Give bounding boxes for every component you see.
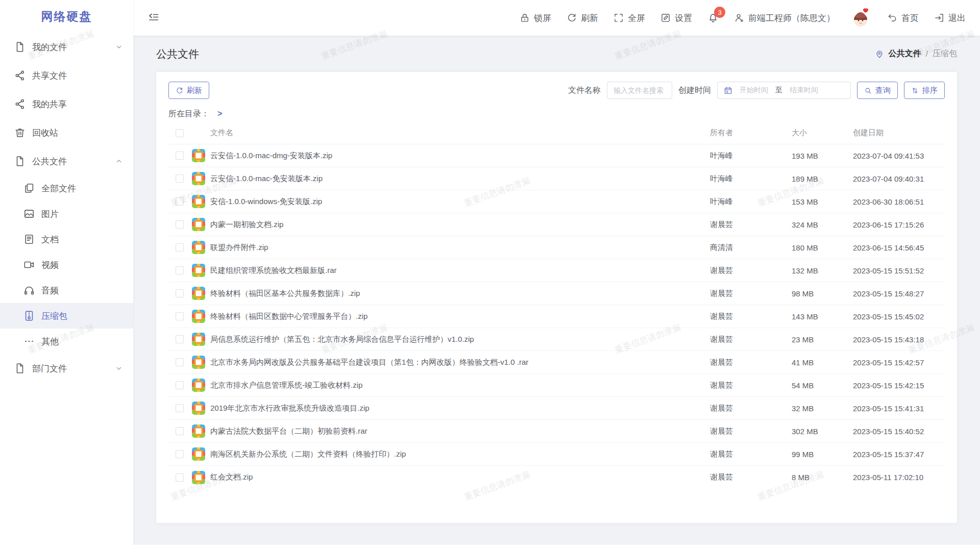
file-owner: 谢晨芸 [710, 381, 792, 390]
table-row[interactable]: 南海区机关新办公系统（二期）文件资料（终验打印）.zip 谢晨芸 99 MB 2… [168, 443, 945, 466]
row-checkbox[interactable] [176, 174, 184, 183]
table-row[interactable]: 民建组织管理系统验收文档最新版.rar 谢晨芸 132 MB 2023-05-1… [168, 259, 945, 282]
sidebar-item-图片[interactable]: 图片 [0, 201, 133, 227]
file-date: 2023-05-15 15:37:47 [853, 450, 945, 459]
sidebar-item-label: 回收站 [32, 127, 58, 139]
file-owner: 谢晨芸 [710, 427, 792, 436]
row-checkbox[interactable] [176, 473, 184, 482]
search-icon [864, 87, 872, 94]
table-row[interactable]: 红会文档.zip 谢晨芸 8 MB 2023-05-11 17:02:10 [168, 466, 945, 489]
lock-icon [520, 13, 530, 23]
file-name[interactable]: 终验材料（福田区基本公共服务数据库）.zip [210, 289, 710, 298]
table-row[interactable]: 终验材料（福田区数据中心管理服务平台）.zip 谢晨芸 143 MB 2023-… [168, 305, 945, 328]
sidebar-item-视频[interactable]: 视频 [0, 252, 133, 278]
table-row[interactable]: 安信-1.0.0-windows-免安装版.zip 叶海峰 153 MB 202… [168, 190, 945, 213]
row-checkbox[interactable] [176, 358, 184, 366]
sidebar-item-文档[interactable]: 文档 [0, 227, 133, 252]
table-row[interactable]: 北京市水务局内网改版及公共服务基础平台建设项目（第1包：内网改版）终验验文档-v… [168, 351, 945, 374]
file-date: 2023-05-15 15:48:27 [853, 289, 945, 298]
query-button[interactable]: 查询 [857, 82, 898, 99]
sort-button[interactable]: 排序 [904, 82, 945, 99]
sidebar-item-我的共享[interactable]: 我的共享 [0, 90, 133, 118]
sidebar-item-压缩包[interactable]: 压缩包 [0, 303, 133, 329]
sidebar-item-全部文件[interactable]: 全部文件 [0, 176, 133, 201]
row-checkbox[interactable] [176, 289, 184, 297]
row-checkbox[interactable] [176, 335, 184, 343]
row-checkbox[interactable] [176, 427, 184, 435]
sidebar-item-公共文件[interactable]: 公共文件 [0, 147, 133, 176]
file-owner: 叶海峰 [710, 197, 792, 207]
file-name[interactable]: 安信-1.0.0-windows-免安装版.zip [210, 197, 710, 207]
sidebar-item-我的文件[interactable]: 我的文件 [0, 33, 133, 61]
sidebar-item-label: 文档 [41, 234, 59, 245]
row-checkbox[interactable] [176, 197, 184, 206]
table-row[interactable]: 云安信-1.0.0-mac-免安装版本.zip 叶海峰 189 MB 2023-… [168, 167, 945, 190]
table-row[interactable]: 2019年北京市水行政审批系统升级改造项目.zip 谢晨芸 32 MB 2023… [168, 397, 945, 420]
file-name[interactable]: 2019年北京市水行政审批系统升级改造项目.zip [210, 404, 710, 413]
date-range-picker[interactable]: 开始时间 至 结束时间 [717, 82, 851, 99]
row-checkbox[interactable] [176, 450, 184, 458]
user-name: 前端工程师（陈思文） [748, 12, 835, 24]
avatar[interactable] [850, 7, 872, 29]
row-checkbox[interactable] [176, 243, 184, 252]
logout-button[interactable]: 退出 [934, 12, 966, 24]
file-owner: 叶海峰 [710, 151, 792, 161]
sidebar-item-label: 部门文件 [32, 363, 67, 374]
table-row[interactable]: 内蒙一期初验文档.zip 谢晨芸 324 MB 2023-06-15 17:15… [168, 213, 945, 236]
file-name[interactable]: 红会文档.zip [210, 472, 710, 482]
sidebar-item-共享文件[interactable]: 共享文件 [0, 61, 133, 90]
refresh-button[interactable]: 刷新 [567, 12, 598, 24]
row-checkbox[interactable] [176, 312, 184, 320]
file-name[interactable]: 内蒙一期初验文档.zip [210, 220, 710, 230]
filename-search-input[interactable] [607, 82, 672, 99]
table-row[interactable]: 终验材料（福田区基本公共服务数据库）.zip 谢晨芸 98 MB 2023-05… [168, 282, 945, 305]
file-name[interactable]: 内蒙古法院大数据平台（二期）初验前资料.rar [210, 427, 710, 436]
sidebar-item-部门文件[interactable]: 部门文件 [0, 354, 133, 383]
file-name[interactable]: 终验材料（福田区数据中心管理服务平台）.zip [210, 312, 710, 321]
sidebar-item-音频[interactable]: 音频 [0, 278, 133, 303]
file-name[interactable]: 局信息系统运行维护（第五包：北京市水务局综合信息平台运行维护）v1.0.zip [210, 335, 710, 344]
file-size: 32 MB [792, 404, 853, 413]
user-menu[interactable]: 前端工程师（陈思文） [734, 12, 835, 24]
file-size: 324 MB [792, 220, 853, 229]
directory-arrow[interactable]: > [217, 109, 222, 118]
table-row[interactable]: 局信息系统运行维护（第五包：北京市水务局综合信息平台运行维护）v1.0.zip … [168, 328, 945, 351]
notification-bell-button[interactable]: 3 [707, 12, 719, 23]
select-all-checkbox[interactable] [176, 129, 184, 137]
file-name[interactable]: 民建组织管理系统验收文档最新版.rar [210, 266, 710, 276]
home-button[interactable]: 首页 [887, 12, 919, 24]
file-date: 2023-07-04 09:40:31 [853, 174, 945, 183]
fullscreen-button[interactable]: 全屏 [614, 12, 645, 24]
table-row[interactable]: 联盟办件附件.zip 商清清 180 MB 2023-06-15 14:56:4… [168, 236, 945, 259]
filters: 文件名称 创建时间 开始时间 至 结束时间 查询 排序 [568, 82, 945, 99]
file-name[interactable]: 联盟办件附件.zip [210, 243, 710, 253]
row-checkbox[interactable] [176, 266, 184, 274]
table-row[interactable]: 内蒙古法院大数据平台（二期）初验前资料.rar 谢晨芸 302 MB 2023-… [168, 420, 945, 443]
sidebar-item-回收站[interactable]: 回收站 [0, 118, 133, 147]
menu-fold-icon[interactable] [148, 12, 160, 24]
breadcrumb-root[interactable]: 公共文件 [889, 48, 921, 59]
row-checkbox[interactable] [176, 220, 184, 229]
row-checkbox[interactable] [176, 404, 184, 412]
sidebar-item-label: 公共文件 [32, 156, 67, 167]
table-row[interactable]: 北京市排水户信息管理系统-竣工验收材料.zip 谢晨芸 54 MB 2023-0… [168, 374, 945, 397]
row-checkbox[interactable] [176, 152, 184, 160]
sidebar-item-其他[interactable]: 其他 [0, 329, 133, 354]
list-refresh-button[interactable]: 刷新 [168, 82, 209, 99]
file-owner: 谢晨芸 [710, 312, 792, 321]
file-name[interactable]: 云安信-1.0.0-mac-免安装版本.zip [210, 174, 710, 184]
file-name[interactable]: 北京市排水户信息管理系统-竣工验收材料.zip [210, 381, 710, 390]
image-icon [23, 208, 35, 219]
lock-screen-button[interactable]: 锁屏 [520, 12, 551, 24]
file-date: 2023-05-15 15:42:15 [853, 381, 945, 390]
file-name[interactable]: 南海区机关新办公系统（二期）文件资料（终验打印）.zip [210, 449, 710, 459]
sort-label: 排序 [922, 86, 938, 95]
settings-button[interactable]: 设置 [660, 12, 692, 24]
file-size: 132 MB [792, 266, 853, 275]
breadcrumb-current: 压缩包 [933, 48, 957, 59]
row-checkbox[interactable] [176, 381, 184, 389]
file-name[interactable]: 北京市水务局内网改版及公共服务基础平台建设项目（第1包：内网改版）终验验文档-v… [210, 358, 710, 367]
file-name[interactable]: 云安信-1.0.0-mac-dmg-安装版本.zip [210, 151, 710, 161]
ellipsis-icon [23, 336, 35, 347]
table-row[interactable]: 云安信-1.0.0-mac-dmg-安装版本.zip 叶海峰 193 MB 20… [168, 144, 945, 167]
